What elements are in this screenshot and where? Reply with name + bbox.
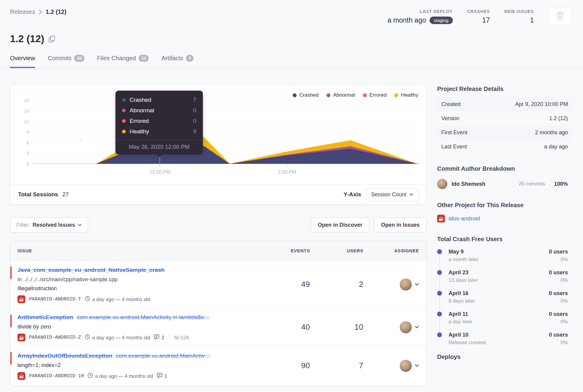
breadcrumb-current: 1.2 (12): [46, 8, 66, 15]
issue-title-link[interactable]: ArithmeticException: [17, 314, 73, 320]
author-percent: 100%: [554, 181, 568, 187]
open-in-discover-button[interactable]: Open in Discover: [311, 217, 369, 233]
tooltip-series-dot-icon: [122, 98, 126, 102]
tab-count-badge: 14: [139, 55, 149, 62]
java-project-icon: ☕: [17, 334, 25, 341]
tab-artifacts[interactable]: Artifacts0: [161, 55, 194, 68]
timeline-note: a month later: [449, 257, 478, 263]
issue-events-count: 40: [274, 322, 310, 332]
legend-item-abnormal[interactable]: Abnormal: [326, 92, 355, 98]
tooltip-row-healthy: Healthy9: [122, 128, 196, 135]
issue-assignee[interactable]: [363, 360, 419, 372]
timeline-users: 0 users: [549, 311, 568, 317]
issue-comments[interactable]: 2: [154, 334, 164, 341]
tab-label: Overview: [10, 55, 35, 62]
timeline-date: April 23: [449, 269, 478, 276]
legend-item-errored[interactable]: Errored: [363, 92, 387, 98]
timeline-date: April 11: [449, 311, 472, 317]
issue-title-line: ArrayIndexOutOfBoundsExceptioncom.exampl…: [17, 351, 265, 361]
detail-row-created: CreatedApr 9, 2020 10:00 PM: [437, 97, 572, 111]
issues-toolbar: Filter: Resolved Issues Open in Discover…: [10, 217, 427, 233]
sessions-chart[interactable]: 181512963012:00 PM2:00 PM CrashedAbnorma…: [10, 85, 426, 185]
yaxis-select[interactable]: Session Count: [366, 188, 418, 201]
tab-overview[interactable]: Overview: [10, 55, 35, 68]
timeline-entry-left: May 9a month later: [449, 249, 478, 263]
tab-files-changed[interactable]: Files Changed14: [97, 55, 149, 68]
issue-title-link[interactable]: Java_com_example_vu_android_NativeSample…: [17, 267, 165, 273]
tab-label: Artifacts: [161, 55, 183, 62]
yaxis-label: Y-Axis: [344, 191, 361, 198]
timeline-entry: May 9a month later0 users0%: [437, 249, 572, 263]
stat-crashes-label: CRASHES: [467, 9, 490, 14]
chart-footer: Total Sessions 27 Y-Axis Session Count: [10, 185, 426, 204]
timeline-connector: [439, 275, 440, 291]
breadcrumb-releases-link[interactable]: Releases: [10, 8, 35, 15]
chevron-down-icon: [415, 364, 419, 367]
project-slug: PARANOID-ANDROID-T: [29, 297, 81, 302]
sessions-chart-card: 181512963012:00 PM2:00 PM CrashedAbnorma…: [10, 85, 427, 205]
legend-item-crashed[interactable]: Crashed: [293, 92, 319, 98]
crash-free-timeline: May 9a month later0 users0%April 2313 da…: [437, 249, 572, 346]
issue-row: ArrayIndexOutOfBoundsExceptioncom.exampl…: [10, 346, 426, 385]
issue-comments[interactable]: 1: [157, 373, 167, 379]
commit-author-section: Commit Author Breakdown Ido Shemesh 20 c…: [437, 165, 572, 189]
copy-icon[interactable]: [49, 34, 55, 45]
issue-assignee[interactable]: [363, 278, 419, 291]
legend-dot-icon: [326, 93, 330, 97]
total-sessions-label: Total Sessions: [18, 191, 58, 198]
timeline-connector: [439, 255, 440, 270]
detail-value: 2 months ago: [535, 129, 568, 136]
legend-dot-icon: [363, 93, 367, 97]
release-sidebar: Project Release Details CreatedApr 9, 20…: [437, 86, 572, 360]
issue-events-count: 90: [274, 361, 310, 370]
filter-value: Resolved Issues: [33, 222, 75, 228]
issue-summary: ArithmeticExceptioncom.example.vu.androi…: [17, 313, 274, 341]
issue-events-count: 49: [274, 280, 310, 289]
legend-dot-icon: [293, 93, 297, 97]
tooltip-series-value: 0: [193, 118, 196, 124]
author-commit-count: 20 commits: [519, 181, 545, 187]
timeline-date: April 16: [449, 290, 475, 297]
open-in-issues-button[interactable]: Open in Issues: [374, 217, 427, 233]
issue-age-text: a day ago — 4 months old: [92, 297, 150, 302]
unresolved-indicator-bar: [10, 352, 12, 365]
timeline-dot-icon: [437, 291, 442, 296]
tab-label: Commits: [48, 55, 71, 62]
column-header-events: EVENTS: [274, 248, 310, 253]
svg-text:9: 9: [27, 129, 29, 135]
column-header-issue: ISSUE: [17, 248, 274, 253]
tab-commits[interactable]: Commits20: [48, 55, 84, 68]
issues-filter-dropdown[interactable]: Filter: Resolved Issues: [10, 217, 88, 233]
issue-row: ArithmeticExceptioncom.example.vu.androi…: [10, 309, 426, 346]
stat-new-issues: NEW ISSUES 1: [504, 7, 534, 24]
comment-icon: [154, 334, 159, 341]
stat-new-issues-value: 1: [504, 16, 534, 24]
crash-free-heading: Total Crash Free Users: [437, 236, 572, 243]
timeline-entry: April 11a day later0 users0%: [437, 311, 572, 325]
issue-title-link[interactable]: ArrayIndexOutOfBoundsException: [17, 353, 112, 359]
other-project-link[interactable]: idos-android: [449, 215, 480, 222]
chart-legend: CrashedAbnormalErroredHealthy: [293, 92, 418, 98]
delete-release-button[interactable]: [548, 7, 572, 25]
tooltip-series-value: 0: [193, 107, 196, 114]
legend-label: Crashed: [299, 92, 319, 98]
timeline-entry-left: April 166 days later: [449, 290, 475, 304]
issue-users-count: 7: [310, 361, 363, 370]
tab-label: Files Changed: [97, 55, 136, 62]
legend-label: Errored: [370, 92, 387, 98]
issue-location: in ../../../../src/main/cpp/native-sampl…: [17, 275, 265, 284]
timeline-dot-icon: [437, 249, 442, 254]
trash-icon: [556, 11, 564, 21]
stat-last-deploy-value: a month ago: [387, 16, 426, 24]
java-project-icon: ☕: [437, 215, 445, 222]
svg-text:12:00 PM: 12:00 PM: [150, 170, 170, 175]
issue-subtitle: length=1; index=2: [17, 361, 265, 370]
detail-label: Last Event: [441, 144, 467, 150]
detail-row-version: Version1.2 (12): [437, 111, 572, 126]
comment-count: 1: [164, 373, 167, 379]
issue-age-text: a day ago — 4 months old: [95, 373, 153, 379]
svg-text:0: 0: [27, 161, 29, 166]
legend-item-healthy[interactable]: Healthy: [394, 92, 418, 98]
issue-meta: ☕PARANOID-ANDROID-10a day ago — 4 months…: [17, 372, 265, 380]
issue-assignee[interactable]: [363, 321, 419, 333]
